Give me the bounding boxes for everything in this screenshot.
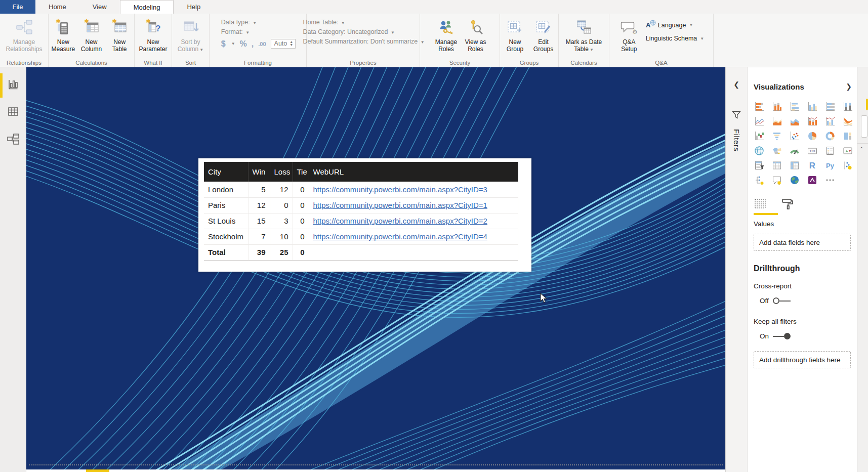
decimal-places-spinner[interactable]: Auto▲▼ (271, 39, 296, 49)
chevron-up-icon[interactable]: ⌃ (859, 146, 863, 152)
sort-by-column-button[interactable]: Sort by Column▼ (174, 16, 208, 59)
spinner-arrows-icon[interactable]: ▲▼ (290, 40, 293, 47)
thousands-separator-button[interactable]: , (252, 39, 254, 49)
column-header-city[interactable]: City (204, 162, 248, 182)
format-dropdown[interactable]: Format: ▼ (221, 28, 296, 35)
linguistic-schema-dropdown[interactable]: Linguistic Schema▼ (646, 35, 704, 42)
weburl-link[interactable]: https://community.powerbi.com/main.aspx?… (313, 217, 487, 225)
gauge-icon[interactable] (789, 145, 800, 156)
new-group-icon (507, 16, 524, 38)
column-header-loss[interactable]: Loss (270, 162, 293, 182)
power-apps-icon[interactable] (807, 175, 818, 186)
expand-filters-chevron-icon[interactable]: ❮ (733, 80, 739, 89)
keep-all-filters-toggle[interactable]: On (760, 332, 851, 340)
tab-help[interactable]: Help (174, 0, 214, 14)
report-canvas[interactable]: City Win Loss Tie WebURL London 5 12 0 (26, 67, 725, 472)
scrollbar-thumb[interactable] (861, 115, 867, 138)
home-table-dropdown[interactable]: Home Table: ▼ (303, 19, 424, 26)
100-stacked-bar-chart-icon[interactable] (824, 101, 836, 112)
values-field-well[interactable]: Add data fields here (754, 234, 851, 251)
column-header-tie[interactable]: Tie (293, 162, 309, 182)
format-tab[interactable] (781, 198, 794, 210)
map-icon[interactable] (754, 145, 765, 156)
report-view-button[interactable] (0, 74, 26, 95)
toggle-off-icon[interactable] (773, 297, 791, 304)
treemap-icon[interactable] (842, 131, 853, 142)
pie-chart-icon[interactable] (807, 131, 818, 142)
column-header-weburl[interactable]: WebURL (309, 162, 518, 182)
table-visual[interactable]: City Win Loss Tie WebURL London 5 12 0 (198, 158, 531, 272)
clustered-bar-chart-icon[interactable] (789, 101, 800, 112)
tab-file[interactable]: File (0, 0, 35, 14)
funnel-chart-icon[interactable] (771, 131, 782, 142)
qa-setup-button[interactable]: ⚙ Q&A Setup (615, 16, 643, 59)
collapse-visualizations-chevron-icon[interactable]: ❯ (846, 82, 852, 91)
line-chart-icon[interactable] (754, 116, 765, 127)
new-column-button[interactable]: ✱ New Column (78, 16, 105, 59)
weburl-link[interactable]: https://community.powerbi.com/main.aspx?… (313, 185, 487, 194)
edit-groups-button[interactable]: Edit Groups (530, 16, 557, 59)
r-script-visual-icon[interactable]: R (807, 160, 818, 171)
line-and-clustered-column-chart-icon[interactable] (824, 116, 836, 127)
new-parameter-icon: ?✱ (145, 16, 162, 38)
line-and-stacked-column-chart-icon[interactable] (807, 116, 818, 127)
new-table-button[interactable]: ✱ New Table (106, 16, 133, 59)
model-view-button[interactable] (0, 129, 26, 149)
stacked-column-chart-icon[interactable] (771, 101, 782, 112)
ribbon-group-groups: New Group Edit Groups Groups (500, 14, 559, 67)
arcgis-map-icon[interactable] (789, 175, 800, 186)
qa-setup-icon: ⚙ (620, 16, 638, 38)
ribbon-chart-icon[interactable] (842, 116, 853, 127)
decomposition-tree-icon[interactable] (754, 175, 765, 186)
fields-tab[interactable] (754, 198, 767, 210)
toggle-on-icon[interactable] (773, 333, 791, 339)
qa-visual-icon[interactable] (771, 175, 782, 186)
donut-chart-icon[interactable] (824, 131, 836, 142)
table-icon[interactable] (771, 160, 782, 171)
new-group-button[interactable]: New Group (502, 16, 529, 59)
clustered-column-chart-icon[interactable] (807, 101, 818, 112)
multi-row-card-icon[interactable] (824, 145, 836, 156)
language-dropdown[interactable]: A Language▼ (646, 20, 704, 30)
data-view-icon (7, 105, 20, 118)
kpi-icon[interactable] (842, 145, 853, 156)
column-header-win[interactable]: Win (248, 162, 270, 182)
scatter-chart-icon[interactable] (789, 131, 800, 142)
default-summarization-dropdown[interactable]: Default Summarization: Don't summarize ▼ (303, 38, 424, 45)
tab-home[interactable]: Home (35, 0, 79, 14)
key-influencers-icon[interactable] (842, 160, 853, 171)
slicer-icon[interactable] (754, 160, 765, 171)
new-parameter-button[interactable]: ?✱ New Parameter (136, 16, 171, 59)
mark-as-date-table-button[interactable]: Mark as Date Table▼ (561, 16, 607, 59)
cross-report-toggle[interactable]: Off (760, 297, 851, 305)
python-visual-icon[interactable]: Py (824, 160, 836, 171)
filled-map-icon[interactable] (771, 145, 782, 156)
card-icon[interactable]: 123 (807, 145, 818, 156)
currency-format-button[interactable]: $ (221, 39, 226, 49)
fields-pane-collapsed-strip[interactable]: ⌃ (857, 67, 868, 472)
manage-relationships-button[interactable]: Manage Relationships (1, 16, 47, 59)
drillthrough-field-well[interactable]: Add drillthrough fields here (754, 351, 851, 368)
tab-view[interactable]: View (79, 0, 120, 14)
decimal-places-icon[interactable]: .00 (258, 41, 266, 47)
matrix-icon[interactable] (789, 160, 800, 171)
data-category-dropdown[interactable]: Data Category: Uncategorized ▼ (303, 28, 424, 35)
stacked-area-chart-icon[interactable] (789, 116, 800, 127)
data-view-button[interactable] (0, 102, 26, 122)
data-type-dropdown[interactable]: Data type: ▼ (221, 19, 296, 26)
waterfall-chart-icon[interactable] (754, 131, 765, 142)
page-tab-strip[interactable] (26, 469, 725, 472)
weburl-link[interactable]: https://community.powerbi.com/main.aspx?… (313, 201, 487, 209)
100-stacked-column-chart-icon[interactable] (842, 101, 853, 112)
area-chart-icon[interactable] (771, 116, 782, 127)
manage-roles-button[interactable]: Manage Roles (431, 16, 462, 59)
table-header-row[interactable]: City Win Loss Tie WebURL (204, 162, 518, 182)
filters-pane-collapsed[interactable]: ❮ Filters (725, 67, 748, 472)
view-as-roles-button[interactable]: View as Roles (463, 16, 489, 59)
weburl-link[interactable]: https://community.powerbi.com/main.aspx?… (313, 232, 487, 241)
stacked-bar-chart-icon[interactable] (754, 101, 765, 112)
more-visuals-ellipsis-icon[interactable] (824, 175, 836, 186)
tab-modeling[interactable]: Modeling (120, 0, 174, 14)
new-measure-button[interactable]: ✱ New Measure (50, 16, 77, 59)
percent-format-button[interactable]: % (240, 39, 247, 49)
